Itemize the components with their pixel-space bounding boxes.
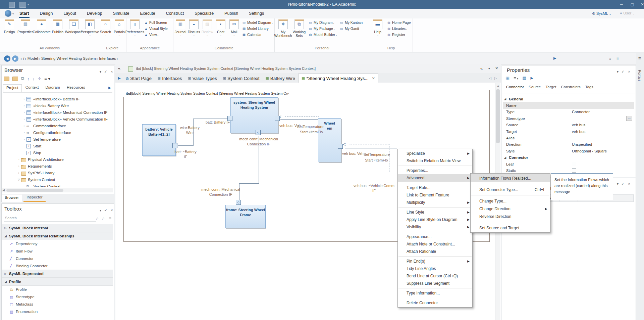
checkbox[interactable] [572, 168, 576, 173]
quick-access-icon[interactable] [19, 2, 26, 8]
user-selector[interactable]: ● User ⌄ [620, 11, 635, 15]
hamburger-icon[interactable]: ≡ [109, 216, 111, 220]
properties-row-name[interactable]: Name [503, 102, 634, 108]
search-icon[interactable]: ⌕ [609, 56, 611, 61]
toolbox-item-profile[interactable]: 🗀Profile [2, 286, 113, 293]
document-tab-1[interactable]: ◍Start Page [123, 74, 155, 83]
menu-item-bend-line-at-cursor-ctrl-q[interactable]: Bend Line at Cursor (Ctrl+Q) [398, 272, 472, 280]
menu-item-multiplicity[interactable]: Multiplicity▶ [398, 199, 472, 206]
properties-row-direction[interactable]: DirectionUnspecified [503, 141, 634, 148]
hamburger-icon[interactable]: ≡ ▾ [44, 76, 50, 81]
design-button[interactable]: ✎Design [2, 19, 17, 34]
breadcrumb-item[interactable]: Interfaces [99, 56, 116, 60]
arrow-down-icon[interactable]: ↓ [33, 76, 35, 81]
properties-row-type[interactable]: TypeConnector [503, 109, 634, 115]
ribbon-tab-layout[interactable]: Layout [63, 9, 77, 16]
perspective-button[interactable]: ◧Perspective⌄ [82, 19, 98, 37]
portals-tab[interactable]: Portals [638, 70, 642, 81]
expander-open-icon[interactable]: ▽ [16, 178, 21, 181]
close-icon[interactable]: × [111, 70, 113, 74]
properties-row-target[interactable]: Targetveh bus [503, 128, 634, 135]
collapse-left-icon[interactable]: « [118, 66, 120, 71]
my-kanban-button[interactable]: ▭My Kanban [339, 19, 363, 26]
expander-icon[interactable]: › [16, 158, 21, 161]
menu-item-link-to-element-feature[interactable]: Link to Element Feature [398, 191, 472, 199]
tree-item[interactable]: ›«block» Battery Wire [2, 102, 113, 109]
menu-item-change-direction[interactable]: Change Direction▶ [471, 205, 550, 213]
menu-item-reverse-direction[interactable]: Reverse Direction [471, 213, 550, 220]
close-icon[interactable]: × [628, 182, 630, 186]
tree-item[interactable]: ›Physical Architecture [2, 156, 113, 163]
browser-tab-context[interactable]: Context [22, 84, 42, 92]
connector-line[interactable] [239, 183, 259, 184]
browser-expand-icon[interactable]: ▶ [108, 86, 111, 90]
calendar-button[interactable]: ▦Calendar [242, 32, 273, 38]
tab-scroll-right-icon[interactable]: ▷ [494, 77, 497, 80]
browser-hscrollbar[interactable]: ◀ [2, 188, 113, 192]
maximize-button[interactable]: ▢ [628, 1, 637, 7]
menu-item-delete-connector[interactable]: Delete Connector [398, 299, 472, 307]
tree-item[interactable]: ›«interfaceBlock» Battery IF [2, 96, 113, 102]
model-builder-button[interactable]: ◍Model Builder ⌄ [308, 32, 337, 38]
tree-item[interactable]: ›∞ConfigurationInterface [2, 129, 113, 136]
full-screen-button[interactable]: ▲Full Screen [144, 19, 168, 26]
review-button[interactable]: ▨Review⌄ [201, 19, 214, 37]
locate-icon[interactable]: ✛ [38, 76, 41, 81]
menu-item-pin-end-s[interactable]: Pin End(s)▶ [398, 258, 472, 265]
item-flow-dashed-line[interactable] [389, 144, 389, 172]
tree-item[interactable]: ›Requirements [2, 163, 113, 170]
tree-item[interactable]: ⧉System Context [2, 183, 113, 187]
ribbon-tab-construct[interactable]: Construct [165, 9, 185, 16]
logo-caret-icon[interactable]: ▾ [12, 12, 14, 15]
expander-icon[interactable]: › [16, 165, 21, 168]
ribbon-tab-develop[interactable]: Develop [86, 9, 103, 16]
document-tab-2[interactable]: ⊞Interfaces [155, 74, 185, 83]
system-block[interactable]: system: Steering WheelHeating System [230, 97, 278, 133]
new-package-icon[interactable] [4, 77, 9, 81]
document-tab-3[interactable]: ⊞Value Types [185, 74, 220, 83]
libraries-button[interactable]: ◍Libraries ⌄ [387, 26, 411, 32]
properties-row-stereotype[interactable]: Stereotype… [503, 115, 634, 122]
nav-forward-icon[interactable]: ▶ [12, 55, 18, 62]
workspace-button[interactable]: ❏Workspace [66, 19, 82, 34]
menu-item-information-flows-realized[interactable]: Information Flows Realized... [471, 174, 550, 182]
properties-tab-source[interactable]: Source [529, 85, 541, 89]
my-workbench-button[interactable]: ❖My Workbench [275, 19, 291, 38]
expander-icon[interactable]: › [22, 131, 26, 134]
register-button[interactable]: ◍Register [387, 32, 411, 38]
toolbox-section-profile[interactable]: ◢Profile [2, 278, 113, 286]
close-icon[interactable]: ✕ [495, 66, 498, 71]
quick-access-caret-icon[interactable]: ▾ [28, 3, 29, 6]
menu-item-visibility[interactable]: Visibility▶ [398, 223, 472, 231]
toolbox-item-connector[interactable]: ╱Connector [2, 255, 113, 262]
breadcrumb-item[interactable]: Steering Wheel Heating System [41, 56, 96, 60]
connector-line[interactable] [280, 119, 318, 120]
menu-item-switch-to-relation-matrix-view[interactable]: Switch to Relation Matrix View [398, 157, 472, 165]
menu-item-suppress-line-segment[interactable]: Suppress Line Segment [398, 280, 472, 287]
port[interactable] [275, 116, 280, 121]
browser-tab-project[interactable]: Project [3, 84, 22, 92]
tree-item[interactable]: ∕Start [2, 143, 113, 149]
my-package-button[interactable]: ▭My Package ⌄ [308, 26, 337, 32]
close-button[interactable]: ✕ [638, 1, 644, 7]
forward-icon[interactable]: ▶ [530, 76, 533, 80]
pin-icon[interactable]: ⊸ [621, 182, 626, 186]
menu-item-set-source-and-target[interactable]: Set Source and Target... [471, 224, 550, 232]
expander-icon[interactable]: › [22, 124, 26, 128]
toolbox-item-metaclass[interactable]: ▢Metaclass [2, 301, 113, 308]
menu-item-apply-line-style-on-diagram[interactable]: Apply Line Style on Diagram▶ [398, 216, 472, 223]
arrow-up-icon[interactable]: ↑ [27, 76, 30, 81]
connector-line[interactable] [193, 119, 228, 119]
chevron-down-icon[interactable]: ▾ [488, 67, 490, 70]
browser-tab-resources[interactable]: Resources [64, 84, 88, 92]
find-expand-icon[interactable]: ▶ [553, 56, 556, 60]
browser-tab-diagram[interactable]: Diagram [42, 84, 63, 92]
tree-item[interactable]: ›«interfaceBlock» Mechanical Connection … [2, 109, 113, 116]
tab-expand-icon[interactable]: ▶ [118, 76, 121, 80]
menu-item-attach-note-or-constraint[interactable]: Attach Note or Constraint... [398, 240, 472, 248]
menu-item-appearance[interactable]: Appearance... [398, 233, 472, 240]
properties-tab-connector[interactable]: Connector [506, 85, 524, 89]
port[interactable]: ◇ [236, 200, 241, 205]
item-flow-dashed-line[interactable] [285, 117, 319, 117]
properties-row-alias[interactable]: Alias [503, 135, 634, 141]
